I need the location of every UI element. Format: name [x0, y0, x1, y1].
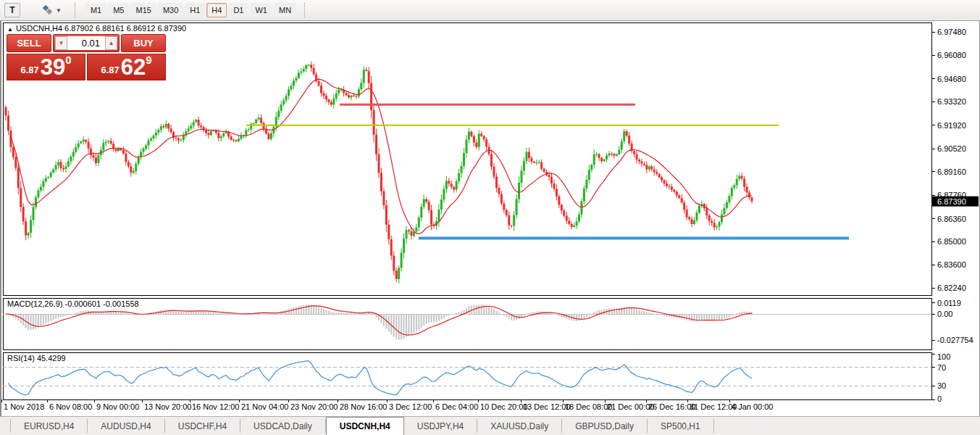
price-axis-label: 6.97480 — [937, 28, 966, 36]
volume-spinner: ▼ ▲ — [53, 34, 120, 52]
date-axis-label: 13 Dec 12:00 — [523, 402, 570, 411]
toolbar-separator — [304, 3, 310, 17]
buy-price-prefix: 6.87 — [101, 65, 119, 75]
date-axis-label: 1 Nov 2018 — [4, 402, 44, 411]
date-axis-label: 26 Dec 16:00 — [648, 402, 695, 411]
date-axis-label: 13 Nov 20:00 — [144, 402, 191, 411]
toolbar-separator — [75, 3, 80, 17]
tab-usdjpy[interactable]: USDJPY,H4 — [404, 419, 477, 433]
timeframe-h1-button[interactable]: H1 — [185, 3, 205, 17]
collapse-panel-icon[interactable]: ▲ — [7, 26, 13, 33]
diamond-arrows-icon — [42, 5, 54, 15]
timeframe-w1-button[interactable]: W1 — [250, 3, 272, 17]
chevron-down-icon: ▼ — [56, 7, 62, 14]
sell-price-prefix: 6.87 — [20, 65, 38, 75]
text-tool-button[interactable]: T — [4, 3, 20, 17]
rsi-axis-label: 30 — [937, 381, 946, 390]
date-axis-label: 9 Nov 00:00 — [96, 402, 139, 411]
date-axis-label: 21 Nov 04:00 — [241, 402, 288, 411]
price-axis-label: 6.89160 — [937, 167, 966, 176]
tab-usdcnh[interactable]: USDCNH,H4 — [326, 417, 404, 435]
timeframe-d1-button[interactable]: D1 — [228, 3, 248, 17]
tab-eurusd[interactable]: EURUSD,H4 — [10, 419, 88, 433]
price-axis-label: 6.94680 — [937, 75, 966, 83]
chart-tabbar: EURUSD,H4 AUDUSD,H4 USDCHF,H4 USDCAD,Dai… — [0, 416, 980, 435]
rsi-axis-label: 0 — [937, 394, 942, 403]
buy-button[interactable]: BUY — [121, 34, 166, 52]
sell-price-button[interactable]: 6.87 39 0 — [7, 54, 85, 80]
arrow-up-icon: ▲ — [109, 40, 114, 46]
sell-button[interactable]: SELL — [7, 34, 51, 52]
timeframe-mn-button[interactable]: MN — [274, 3, 296, 17]
rsi-label: RSI(14) 45.4299 — [7, 354, 66, 362]
rsi-axis-label: 70 — [937, 363, 946, 372]
timeframe-m5-button[interactable]: M5 — [108, 3, 129, 17]
macd-axis-label: 0.00 — [937, 310, 952, 318]
date-axis-label: 6 Nov 08:00 — [49, 402, 92, 411]
tab-gbpusd[interactable]: GBPUSD,Daily — [562, 419, 648, 433]
price-axis-label: 6.82240 — [937, 283, 966, 292]
objects-dropdown-button[interactable]: ▼ — [37, 2, 67, 18]
tab-usdcad[interactable]: USDCAD,Daily — [240, 419, 326, 433]
macd-pane — [3, 298, 931, 349]
volume-increase-button[interactable]: ▲ — [105, 36, 117, 50]
price-axis-label: 6.91920 — [937, 121, 966, 130]
chart-title: ▲USDCNH,H46.879026.881616.869126.87390 — [7, 24, 188, 33]
ohlc-open: 6.87902 — [64, 24, 93, 33]
arrow-down-icon: ▼ — [59, 40, 64, 46]
price-axis-label: 6.96080 — [937, 51, 966, 59]
price-axis-label: 6.90520 — [937, 144, 966, 153]
date-axis-label: 28 Nov 16:00 — [340, 402, 387, 411]
timeframe-m1-button[interactable]: M1 — [85, 3, 106, 17]
one-click-trading-panel: SELL ▼ ▲ BUY 6.87 39 0 6.87 62 9 — [7, 34, 166, 80]
macd-label: MACD(12,26,9) -0.000601 -0.001558 — [7, 299, 139, 308]
date-axis-label: 10 Dec 20:00 — [480, 402, 527, 411]
macd-axis-label: -0.027754 — [937, 336, 973, 344]
rsi-axis-label: 100 — [937, 352, 950, 361]
buy-price-point: 9 — [146, 55, 151, 65]
timeframe-m30-button[interactable]: M30 — [158, 3, 183, 17]
price-axis-label: 6.86360 — [937, 215, 966, 223]
date-axis-label: 18 Dec 08:00 — [565, 402, 612, 411]
date-axis-label: 3 Dec 12:00 — [389, 402, 432, 411]
chart-window: 6.974806.960806.946806.933206.919206.905… — [0, 21, 980, 416]
date-axis-label: 4 Jan 00:00 — [732, 402, 774, 411]
volume-decrease-button[interactable]: ▼ — [55, 36, 67, 50]
ohlc-high: 6.88161 — [96, 24, 125, 33]
price-axis-label: 6.93320 — [937, 97, 966, 106]
date-axis-label: 21 Dec 00:00 — [607, 402, 654, 411]
price-axis-label: 6.85000 — [937, 237, 966, 246]
volume-input[interactable] — [67, 36, 105, 50]
timeframe-h4-button[interactable]: H4 — [206, 3, 227, 17]
date-axis-label: 23 Nov 20:00 — [290, 402, 338, 411]
buy-price-pips: 62 — [121, 57, 146, 78]
sell-price-point: 0 — [65, 55, 71, 65]
chart-symbol-label: USDCNH,H4 — [16, 24, 62, 33]
sell-price-pips: 39 — [41, 57, 65, 78]
date-axis-label: 16 Nov 12:00 — [192, 402, 239, 411]
tab-sp500[interactable]: SP500,H1 — [648, 419, 714, 433]
svg-text:6.87390: 6.87390 — [937, 197, 966, 206]
price-axis-label: 6.83600 — [937, 260, 966, 269]
tab-audusd[interactable]: AUDUSD,H4 — [88, 419, 164, 433]
toolbar: T ▼ M1 M5 M15 M30 H1 H4 D1 W1 MN — [0, 0, 980, 21]
ohlc-low: 6.86912 — [127, 24, 156, 33]
buy-price-button[interactable]: 6.87 62 9 — [87, 54, 166, 80]
tab-usdchf[interactable]: USDCHF,H4 — [165, 419, 240, 433]
ohlc-close: 6.87390 — [157, 24, 186, 33]
macd-axis-label: 0.0119 — [937, 299, 961, 307]
date-axis-label: 31 Dec 12:00 — [690, 402, 737, 411]
timeframe-m15-button[interactable]: M15 — [130, 3, 156, 17]
rsi-pane — [3, 352, 931, 399]
date-axis-label: 6 Dec 04:00 — [435, 402, 478, 411]
tab-xauusd[interactable]: XAUUSD,Daily — [477, 419, 562, 433]
